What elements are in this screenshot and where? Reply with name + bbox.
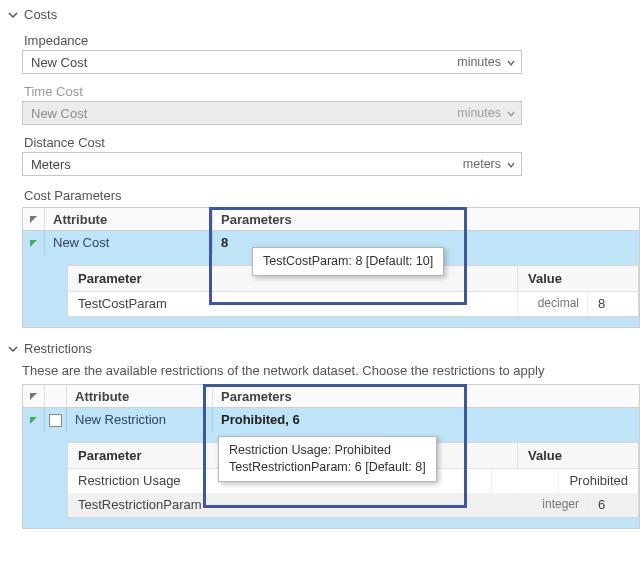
chevron-down-icon — [8, 344, 18, 354]
col-checkbox — [45, 385, 67, 407]
row-attribute: New Restriction — [67, 408, 213, 432]
cost-params-table-wrap: Attribute Parameters New Cost 8 Paramete… — [0, 207, 640, 328]
time-cost-value: New Cost — [31, 106, 87, 121]
expand-all-toggle[interactable] — [23, 385, 45, 407]
cost-params-header-row: Attribute Parameters — [22, 207, 640, 231]
restrictions-table-wrap: Attribute Parameters New Restriction Pro… — [0, 384, 640, 529]
time-cost-label: Time Cost — [24, 84, 640, 99]
col-parameters: Parameters — [213, 208, 639, 230]
cost-nested-table: Parameter Value TestCostParam decimal 8 — [67, 265, 639, 317]
distance-cost-dropdown[interactable]: Meters meters — [22, 152, 522, 176]
nested-param-value: 6 — [588, 493, 638, 517]
restrictions-title: Restrictions — [24, 341, 92, 356]
row-parameters: Prohibited, 6 — [213, 408, 639, 432]
costs-title: Costs — [24, 7, 57, 22]
expand-all-toggle[interactable] — [23, 208, 45, 230]
row-expand-toggle[interactable] — [23, 408, 45, 432]
caret-down-icon — [507, 55, 515, 70]
nested-col-value: Value — [518, 443, 638, 469]
time-cost-group: Time Cost New Cost minutes — [0, 76, 640, 127]
nested-row[interactable]: TestCostParam decimal 8 — [68, 292, 638, 316]
restrictions-header-row: Attribute Parameters — [22, 384, 640, 408]
cost-nested-area: Parameter Value TestCostParam decimal 8 — [22, 255, 640, 328]
cost-params-row[interactable]: New Cost 8 — [22, 231, 640, 255]
nested-param-name: TestCostParam — [68, 292, 518, 316]
nested-param-value: 8 — [588, 292, 638, 316]
row-checkbox[interactable] — [45, 408, 67, 432]
impedance-label: Impedance — [24, 33, 640, 48]
row-attribute: New Cost — [45, 231, 213, 255]
caret-down-icon — [507, 106, 515, 121]
time-cost-unit: minutes — [457, 106, 501, 120]
nested-col-value: Value — [518, 266, 638, 292]
nested-param-type: integer — [518, 493, 588, 517]
checkbox-icon — [49, 414, 62, 427]
col-attribute: Attribute — [45, 208, 213, 230]
nested-row[interactable]: TestRestrictionParam integer 6 — [68, 493, 638, 517]
nested-param-name: Restriction Usage — [68, 469, 492, 493]
impedance-group: Impedance New Cost minutes — [0, 25, 640, 76]
costs-header[interactable]: Costs — [0, 4, 640, 25]
nested-row[interactable]: Restriction Usage Prohibited — [68, 469, 638, 493]
chevron-down-icon — [8, 10, 18, 20]
impedance-value: New Cost — [31, 55, 87, 70]
nested-col-parameter: Parameter — [68, 443, 518, 469]
distance-cost-unit: meters — [463, 157, 501, 171]
restrictions-section: Restrictions These are the available res… — [0, 334, 640, 529]
col-attribute: Attribute — [67, 385, 213, 407]
caret-down-icon — [507, 157, 515, 172]
impedance-unit: minutes — [457, 55, 501, 69]
impedance-dropdown[interactable]: New Cost minutes — [22, 50, 522, 74]
time-cost-dropdown: New Cost minutes — [22, 101, 522, 125]
distance-cost-label: Distance Cost — [24, 135, 640, 150]
row-parameters: 8 — [213, 231, 639, 255]
nested-col-parameter: Parameter — [68, 266, 518, 292]
costs-section: Costs Impedance New Cost minutes Time Co… — [0, 0, 640, 328]
nested-param-value: Prohibited — [559, 469, 638, 493]
distance-cost-value: Meters — [31, 157, 71, 172]
cost-params-label: Cost Parameters — [24, 188, 640, 203]
restrictions-nested-table: Parameter Value Restriction Usage Prohib… — [67, 442, 639, 518]
row-expand-toggle[interactable] — [23, 231, 45, 255]
cost-params-group: Cost Parameters — [0, 178, 640, 207]
restrictions-nested-area: Parameter Value Restriction Usage Prohib… — [22, 432, 640, 529]
distance-cost-group: Distance Cost Meters meters — [0, 127, 640, 178]
nested-param-type — [492, 469, 559, 493]
restrictions-header[interactable]: Restrictions — [0, 338, 640, 359]
restrictions-description: These are the available restrictions of … — [0, 359, 640, 384]
nested-header: Parameter Value — [68, 266, 638, 292]
nested-param-type: decimal — [518, 292, 588, 316]
col-parameters: Parameters — [213, 385, 639, 407]
nested-header: Parameter Value — [68, 443, 638, 469]
nested-param-name: TestRestrictionParam — [68, 493, 518, 517]
restrictions-row[interactable]: New Restriction Prohibited, 6 — [22, 408, 640, 432]
